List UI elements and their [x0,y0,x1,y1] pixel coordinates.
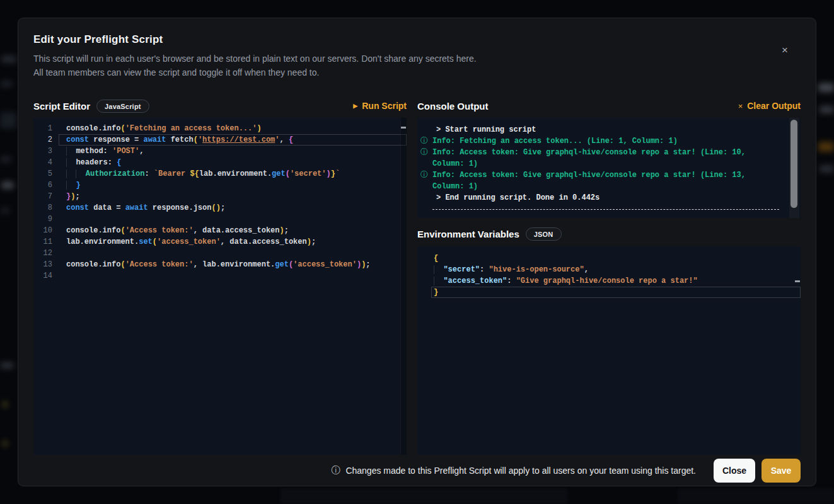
modal-title: Edit your Preflight Script [33,33,801,46]
info-icon: ⓘ [420,135,428,147]
line-number: 12 [33,248,59,259]
env-vars-title: Environment Variables [417,229,519,239]
line-number: 3 [33,146,59,157]
line-number: 11 [33,236,59,248]
modal-description-line-1: This script will run in each user's brow… [33,52,801,66]
console-line: ⓘInfo: Access token: Give graphql-hive/c… [417,169,779,192]
code-line[interactable]: 2const response = await fetch('https://t… [33,134,407,146]
info-icon: ⓘ [420,147,428,158]
javascript-badge: JavaScript [96,100,149,113]
code-line[interactable]: 4 headers: { [33,157,407,168]
line-number: 1 [33,123,59,134]
code-line[interactable]: 14 [33,270,407,282]
line-number: 14 [33,270,59,282]
script-editor-header: Script Editor JavaScript ▶ Run Script [33,96,407,115]
console-header: Console Output × Clear Output [417,96,801,115]
close-button[interactable]: Close [714,459,755,483]
env-vars-editor[interactable]: { "secret": "hive-is-open-source", "acce… [417,246,801,455]
modal-description: This script will run in each user's brow… [33,52,801,79]
line-number: 7 [33,191,59,202]
code-line[interactable]: 7}); [33,191,407,202]
preflight-script-modal: × Edit your Preflight Script This script… [18,18,816,486]
code-line[interactable]: 5 Authorization: `Bearer ${lab.environme… [33,168,407,180]
editor-overview-ruler [794,246,801,455]
console-output-panel[interactable]: > Start running scriptⓘInfo: Fetching an… [417,118,801,218]
line-number: 5 [33,168,59,180]
code-line[interactable]: "access_token": "Give graphql-hive/conso… [417,275,801,287]
console-line: ⓘInfo: Fetching an access token... (Line… [417,135,779,147]
clear-output-label: Clear Output [747,101,801,111]
code-line[interactable]: 3 method: 'POST', [33,146,407,157]
modal-footer: ⓘ Changes made to this Preflight Script … [33,455,801,486]
footer-note-text: Changes made to this Preflight Script wi… [345,466,696,476]
code-line[interactable]: 13console.info('Access token:', lab.envi… [33,259,407,270]
run-script-button[interactable]: ▶ Run Script [353,101,407,111]
console-output-title: Console Output [417,101,489,112]
info-icon: ⓘ [331,465,340,476]
code-line[interactable]: 1console.info('Fetching an access token.… [33,123,407,134]
code-line[interactable]: { [417,253,801,264]
code-line[interactable]: } [417,287,801,298]
ruler-mark [795,280,800,282]
footer-note: ⓘ Changes made to this Preflight Script … [331,465,696,476]
env-vars-header: Environment Variables JSON [417,224,801,243]
output-column: Console Output × Clear Output > Start ru… [417,96,801,455]
clear-icon: × [738,102,743,110]
play-icon: ▶ [353,103,357,109]
run-script-label: Run Script [362,101,407,111]
script-code-editor[interactable]: 1console.info('Fetching an access token.… [33,118,407,455]
json-badge: JSON [526,227,562,241]
line-number: 4 [33,157,59,168]
code-line[interactable]: 11lab.environment.set('access_token', da… [33,236,407,248]
ruler-mark [401,127,406,129]
console-separator [432,209,779,210]
editor-overview-ruler [400,118,407,455]
line-number: 9 [33,214,59,225]
console-scrollbar[interactable] [791,120,797,208]
info-icon: ⓘ [420,169,428,181]
code-line[interactable]: "secret": "hive-is-open-source", [417,264,801,275]
code-line[interactable]: 9 [33,214,407,225]
clear-output-button[interactable]: × Clear Output [738,101,801,111]
save-button[interactable]: Save [762,459,801,483]
line-number: 2 [33,134,59,146]
line-number: 13 [33,259,59,270]
script-editor-title: Script Editor [33,101,90,112]
code-line[interactable]: 6 } [33,180,407,191]
line-number: 8 [33,202,59,214]
modal-body: Script Editor JavaScript ▶ Run Script 1c… [33,96,801,455]
line-number: 10 [33,225,59,236]
console-line: > Start running script [417,124,779,135]
line-number: 6 [33,180,59,191]
code-line[interactable]: 12 [33,248,407,259]
console-line: > End running script. Done in 0.442s [417,192,779,203]
close-icon[interactable]: × [782,45,788,55]
code-line[interactable]: 10console.info('Access token:', data.acc… [33,225,407,236]
modal-description-line-2: All team members can view the script and… [33,66,801,79]
code-line[interactable]: 8const data = await response.json(); [33,202,407,214]
console-line: ⓘInfo: Access token: Give graphql-hive/c… [417,147,779,169]
script-editor-column: Script Editor JavaScript ▶ Run Script 1c… [33,96,407,455]
